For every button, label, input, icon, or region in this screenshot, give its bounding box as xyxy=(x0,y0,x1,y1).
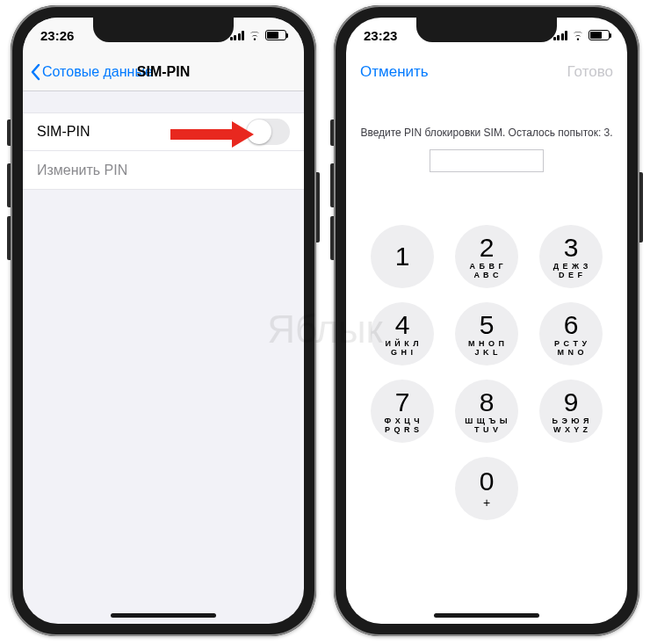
home-indicator[interactable] xyxy=(434,613,539,618)
chevron-left-icon xyxy=(30,63,40,81)
row-change-pin[interactable]: Изменить PIN xyxy=(23,151,304,190)
screen-pin-entry: 23:23 Отменить Готово Введите PIN блокир… xyxy=(346,18,627,624)
notch xyxy=(416,18,557,42)
key-3[interactable]: 3Д Е Ж З D E F xyxy=(539,225,603,288)
dialog-nav: Отменить Готово xyxy=(346,53,627,91)
key-2[interactable]: 2А Б В Г A B C xyxy=(455,225,518,288)
notch xyxy=(93,18,234,42)
wifi-icon xyxy=(571,28,585,43)
key-5[interactable]: 5М Н О П J K L xyxy=(455,302,518,365)
nav-bar: Сотовые данные SIM-PIN xyxy=(23,53,304,91)
row-sim-pin-label: SIM-PIN xyxy=(37,124,90,140)
phone-frame-right: 23:23 Отменить Готово Введите PIN блокир… xyxy=(334,5,639,636)
row-sim-pin[interactable]: SIM-PIN xyxy=(23,112,304,151)
wifi-icon xyxy=(248,28,262,43)
done-button[interactable]: Готово xyxy=(567,63,614,81)
key-6[interactable]: 6Р С Т У M N O xyxy=(539,302,603,365)
key-9[interactable]: 9Ь Э Ю Я W X Y Z xyxy=(539,380,603,443)
key-1[interactable]: 1 xyxy=(371,225,434,288)
pin-prompt: Введите PIN блокировки SIM. Осталось поп… xyxy=(346,127,627,139)
battery-icon xyxy=(589,30,610,40)
phone-frame-left: 23:26 Сотовые данные SIM-PIN SIM-PIN xyxy=(11,5,316,636)
keypad: 1 2А Б В Г A B C 3Д Е Ж З D E F 4И Й К Л… xyxy=(346,225,627,520)
key-7[interactable]: 7Ф Х Ц Ч P Q R S xyxy=(371,380,434,443)
screen-settings: 23:26 Сотовые данные SIM-PIN SIM-PIN xyxy=(23,18,304,624)
battery-icon xyxy=(265,30,286,40)
sim-pin-toggle[interactable] xyxy=(246,119,290,145)
key-0[interactable]: 0+ xyxy=(455,457,518,520)
status-time: 23:26 xyxy=(40,28,74,43)
settings-group: SIM-PIN Изменить PIN xyxy=(23,112,304,190)
status-time: 23:23 xyxy=(364,28,397,43)
cancel-button[interactable]: Отменить xyxy=(360,63,429,81)
key-8[interactable]: 8Ш Щ Ъ Ы T U V xyxy=(455,380,518,443)
back-label: Сотовые данные xyxy=(42,64,153,80)
back-button[interactable]: Сотовые данные xyxy=(30,63,153,81)
pin-input[interactable] xyxy=(430,149,544,172)
key-4[interactable]: 4И Й К Л G H I xyxy=(371,302,434,365)
row-change-pin-label: Изменить PIN xyxy=(37,163,127,178)
home-indicator[interactable] xyxy=(111,613,216,618)
